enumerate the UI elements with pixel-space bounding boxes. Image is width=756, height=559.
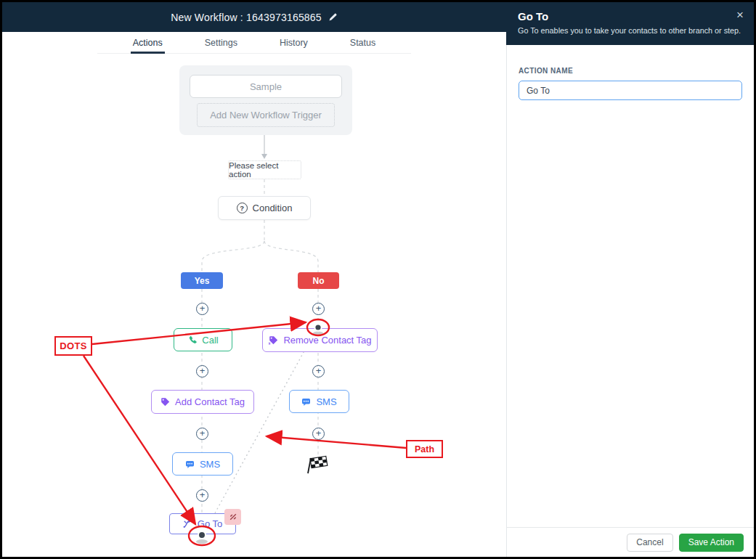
action-name-input[interactable] [519, 81, 742, 100]
condition-label: Condition [253, 203, 293, 213]
panel-footer: Cancel Save Action [506, 527, 754, 557]
dots-annotation-label: DOTS [54, 336, 92, 356]
remove-contact-tag-node[interactable]: Remove Contact Tag [262, 328, 378, 352]
add-step-button[interactable]: + [312, 428, 325, 440]
tag-icon [160, 397, 170, 407]
tab-history[interactable]: History [277, 32, 310, 54]
panel-body: ACTION NAME [506, 45, 754, 527]
tab-status[interactable]: Status [348, 32, 378, 54]
trigger-group: Sample Add New Workflow Trigger [179, 65, 352, 135]
end-flag-icon [305, 453, 331, 475]
save-action-button[interactable]: Save Action [679, 534, 744, 552]
tabs-bar: Actions Settings History Status [2, 32, 506, 54]
phone-icon [187, 335, 197, 345]
path-arrow [267, 436, 406, 448]
trigger-sample[interactable]: Sample [190, 75, 342, 98]
question-icon: ? [237, 203, 248, 213]
sms-icon [185, 460, 195, 469]
cancel-button[interactable]: Cancel [627, 534, 672, 552]
call-label: Call [202, 335, 218, 346]
action-settings-panel: Go To Go To enables you to take your con… [506, 2, 754, 557]
tab-actions[interactable]: Actions [131, 32, 165, 54]
branch-no[interactable]: No [298, 272, 339, 289]
edit-title-icon[interactable] [328, 12, 338, 22]
title-bar: New Workflow : 1643973165865 [2, 2, 506, 32]
workflow-title: New Workflow : 1643973165865 [171, 12, 322, 23]
sms-icon [301, 397, 311, 407]
add-contact-tag-node[interactable]: Add Contact Tag [151, 390, 254, 414]
sms-label: SMS [316, 396, 336, 407]
add-step-button[interactable]: + [196, 428, 208, 440]
panel-title: Go To [518, 10, 742, 23]
workflow-editor: New Workflow : 1643973165865 Actions Set… [2, 2, 506, 557]
go-to-label: Go To [198, 518, 222, 529]
condition-node[interactable]: ? Condition [218, 196, 311, 220]
go-to-icon [183, 519, 192, 529]
unlink-icon [229, 513, 237, 521]
add-step-button[interactable]: + [312, 303, 325, 315]
tab-settings[interactable]: Settings [203, 32, 240, 54]
dots-arrow-lower [84, 356, 195, 524]
app-window: New Workflow : 1643973165865 Actions Set… [0, 0, 756, 559]
close-icon[interactable]: × [736, 9, 744, 21]
call-node[interactable]: Call [174, 328, 232, 351]
sms-node-no[interactable]: SMS [289, 390, 349, 413]
add-step-button[interactable]: + [196, 365, 208, 378]
panel-header: Go To Go To enables you to take your con… [506, 2, 754, 45]
panel-subtitle: Go To enables you to take your contacts … [518, 26, 742, 35]
add-step-button[interactable]: + [196, 303, 208, 315]
add-trigger-button[interactable]: Add New Workflow Trigger [197, 103, 335, 127]
workflow-canvas: Sample Add New Workflow Trigger Please s… [2, 54, 506, 557]
sms-label: SMS [200, 459, 220, 470]
action-name-label: ACTION NAME [519, 67, 742, 75]
remove-contact-tag-label: Remove Contact Tag [283, 335, 371, 346]
sms-node-yes[interactable]: SMS [172, 452, 233, 476]
path-annotation-label: Path [406, 440, 443, 458]
disconnect-badge[interactable] [224, 509, 241, 525]
branch-yes[interactable]: Yes [181, 272, 223, 289]
add-contact-tag-label: Add Contact Tag [175, 396, 245, 407]
select-action-placeholder[interactable]: Please select action [228, 160, 301, 179]
tag-remove-icon [268, 335, 278, 346]
add-step-button[interactable]: + [196, 489, 208, 502]
add-step-button[interactable]: + [312, 365, 325, 378]
goto-path-line [212, 332, 314, 518]
